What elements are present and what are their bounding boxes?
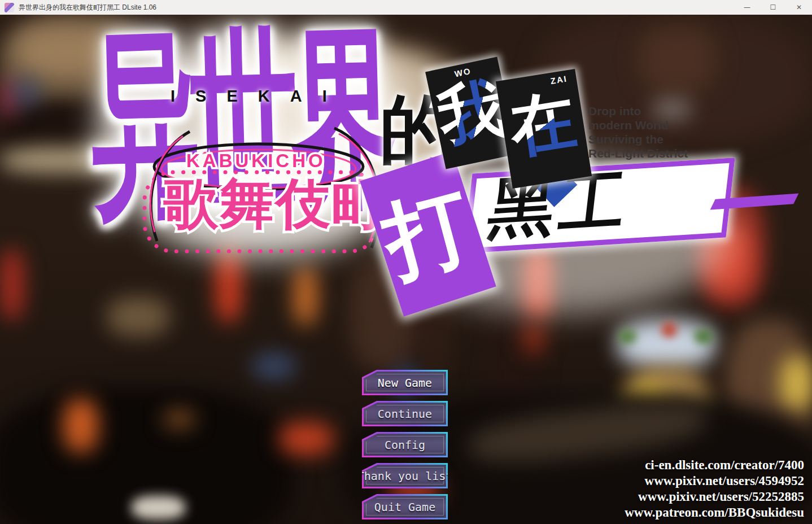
- thank-you-list-label: Thank you list: [357, 469, 453, 483]
- bg-blob: [132, 496, 185, 519]
- new-game-label: New Game: [378, 376, 432, 390]
- close-icon: ✕: [796, 3, 802, 11]
- maximize-icon: ☐: [770, 3, 776, 11]
- creator-links: ci-en.dlsite.com/creator/7400 www.pixiv.…: [625, 457, 804, 521]
- bg-blob: [695, 330, 713, 343]
- bg-blob: [253, 353, 295, 379]
- bg-blob: [63, 399, 98, 452]
- logo-tagline: Drop into modern World Surviving the Red…: [588, 104, 688, 160]
- bg-blob: [164, 410, 195, 428]
- tagline-line: modern World: [588, 118, 688, 132]
- logo-zai-char: 在: [498, 82, 588, 166]
- bg-blob: [522, 322, 545, 353]
- logo-heigong-banner: 黑工: [463, 158, 735, 254]
- creator-link: www.pixiv.net/users/4594952: [625, 473, 804, 489]
- minimize-button[interactable]: —: [734, 0, 760, 15]
- quit-game-label: Quit Game: [374, 500, 435, 514]
- logo-da-char: 打: [376, 181, 481, 286]
- game-window: 异世界出身的我在歌舞伎町打黑工 DLsite 1.06 — ☐ ✕: [0, 0, 812, 524]
- logo-zai-card: ZAI 在: [496, 69, 592, 189]
- bg-blob: [619, 330, 636, 343]
- maximize-button[interactable]: ☐: [760, 0, 786, 15]
- bg-blob: [662, 322, 676, 337]
- tagline-line: Red-Light District: [588, 146, 688, 160]
- bg-blob: [780, 356, 812, 410]
- tagline-line: Drop into: [588, 104, 688, 118]
- config-label: Config: [385, 438, 425, 452]
- creator-link: www.patreon.com/BBQsukidesu: [625, 505, 804, 521]
- thank-you-list-button[interactable]: Thank you list: [362, 463, 448, 488]
- window-controls: — ☐ ✕: [734, 0, 812, 15]
- bg-blob: [14, 77, 39, 108]
- title-bar: 异世界出身的我在歌舞伎町打黑工 DLsite 1.06 — ☐ ✕: [0, 0, 812, 15]
- game-screen: 异世界 ISEKAI 的 KABUKICHO 歌舞伎町 黑工 打: [0, 15, 812, 524]
- window-title: 异世界出身的我在歌舞伎町打黑工 DLsite 1.06: [19, 3, 156, 12]
- quit-game-button[interactable]: Quit Game: [362, 494, 448, 519]
- new-game-button[interactable]: New Game: [362, 370, 448, 395]
- continue-label: Continue: [378, 407, 432, 421]
- app-icon: [5, 3, 14, 12]
- minimize-icon: —: [744, 3, 750, 11]
- config-button[interactable]: Config: [362, 432, 448, 457]
- continue-button[interactable]: Continue: [362, 401, 448, 426]
- title-menu: New Game Continue Config Thank you list …: [362, 370, 448, 524]
- close-button[interactable]: ✕: [786, 0, 812, 15]
- tagline-line: Surviving the: [588, 132, 688, 146]
- bg-blob: [638, 26, 717, 94]
- bg-blob: [107, 297, 169, 337]
- logo-kabukicho-cn: 歌舞伎町: [164, 174, 387, 234]
- bg-blob: [280, 422, 333, 455]
- logo-romaji: ISEKAI: [171, 87, 347, 106]
- logo-kabukicho-en: KABUKICHO: [186, 150, 326, 172]
- creator-link: ci-en.dlsite.com/creator/7400: [625, 457, 804, 473]
- bg-blob: [0, 249, 24, 320]
- bg-blob: [294, 266, 317, 325]
- creator-link: www.pixiv.net/users/52252885: [625, 489, 804, 505]
